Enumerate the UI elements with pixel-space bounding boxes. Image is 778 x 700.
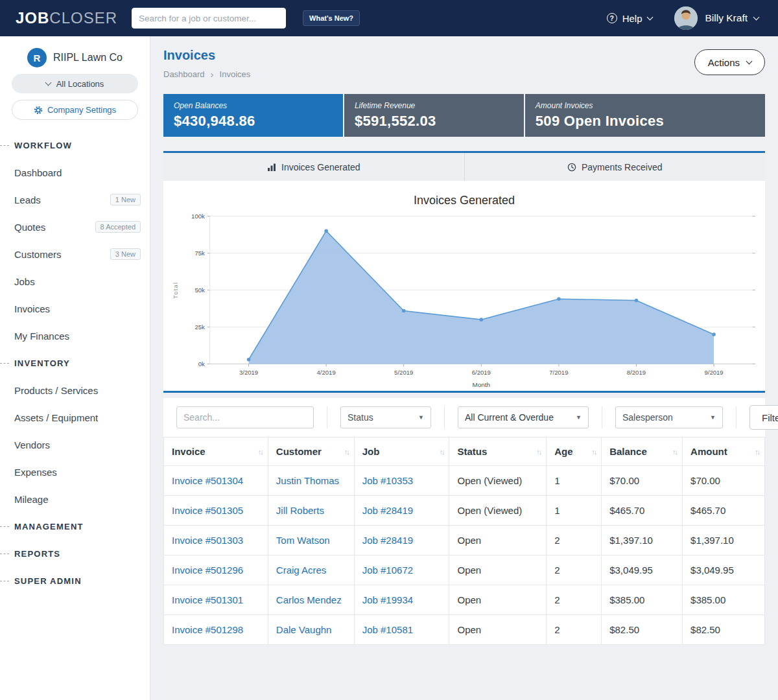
job-link[interactable]: Job #19934 — [362, 594, 413, 605]
sidebar-item-products-services[interactable]: Products / Services — [0, 377, 150, 404]
customer-link[interactable]: Dale Vaughn — [276, 624, 332, 635]
customer-link[interactable]: Carlos Mendez — [276, 594, 342, 605]
company-settings-label: Company Settings — [47, 105, 116, 115]
invoice-link[interactable]: Invoice #501304 — [172, 475, 243, 486]
sidebar-nav: WORKFLOWDashboardLeads1 NewQuotes8 Accep… — [0, 132, 150, 594]
whats-new-button[interactable]: What's New? — [303, 10, 360, 26]
breadcrumb-dashboard[interactable]: Dashboard — [163, 69, 205, 79]
sidebar-section-workflow: WORKFLOW — [0, 132, 150, 159]
table-row: Invoice #501298Dale VaughnJob #10581Open… — [164, 615, 765, 645]
sidebar-item-expenses[interactable]: Expenses — [0, 458, 150, 485]
actions-button[interactable]: Actions — [694, 49, 765, 75]
all-locations-dropdown[interactable]: All Locations — [12, 74, 138, 93]
svg-text:Total: Total — [172, 281, 179, 298]
invoice-link[interactable]: Invoice #501305 — [172, 505, 243, 516]
status-cell: Open (Viewed) — [449, 466, 547, 496]
company-selector[interactable]: R RIIPL Lawn Co — [0, 48, 150, 67]
user-avatar[interactable] — [674, 6, 698, 30]
stat-card-amount-invoices: Amount Invoices509 Open Invoices — [525, 94, 765, 137]
customer-cell: Dale Vaughn — [268, 615, 354, 645]
column-header-label: Balance — [609, 446, 647, 457]
column-header-customer[interactable]: Customer↑↓ — [268, 438, 354, 466]
global-search-input[interactable] — [132, 8, 286, 29]
job-link[interactable]: Job #10353 — [362, 475, 413, 486]
table-search-input[interactable] — [176, 406, 314, 428]
app-logo[interactable]: JOBCLOSER — [16, 9, 117, 27]
sidebar-item-customers[interactable]: Customers3 New — [0, 240, 150, 268]
customer-link[interactable]: Justin Thomas — [276, 475, 339, 486]
job-link[interactable]: Job #28419 — [362, 505, 413, 516]
status-select-value: Status — [348, 412, 373, 423]
sidebar-item-assets-equipment[interactable]: Assets / Equipment — [0, 404, 150, 431]
salesperson-select[interactable]: Salesperson ▼ — [615, 406, 723, 428]
sidebar-item-label: Products / Services — [14, 385, 98, 396]
column-header-label: Invoice — [172, 446, 206, 457]
section-dash-icon — [0, 554, 9, 554]
main-content: Invoices Dashboard › Invoices Actions Op… — [150, 36, 778, 700]
balance-cell: $1,397.10 — [602, 526, 683, 555]
stat-label: Open Balances — [174, 101, 333, 110]
sort-icon: ↑↓ — [755, 448, 759, 456]
invoice-link[interactable]: Invoice #501296 — [172, 565, 243, 576]
sidebar-item-my-finances[interactable]: My Finances — [0, 322, 150, 349]
sidebar-item-badge: 3 New — [110, 248, 141, 260]
sidebar-item-jobs[interactable]: Jobs — [0, 268, 150, 295]
select-arrow-icon: ▼ — [710, 414, 716, 421]
sidebar-section-label: INVENTORY — [14, 358, 70, 368]
column-header-invoice[interactable]: Invoice↑↓ — [164, 438, 268, 466]
job-link[interactable]: Job #28419 — [362, 535, 413, 546]
tab-payments-received[interactable]: Payments Received — [464, 153, 766, 181]
sidebar-item-leads[interactable]: Leads1 New — [0, 186, 150, 213]
sidebar-item-label: Customers — [14, 249, 62, 260]
sidebar-item-label: Expenses — [14, 467, 57, 478]
column-header-balance[interactable]: Balance↑↓ — [602, 438, 683, 466]
sidebar-item-mileage[interactable]: Mileage — [0, 485, 150, 513]
svg-text:5/2019: 5/2019 — [394, 369, 413, 376]
invoice-link[interactable]: Invoice #501298 — [172, 624, 243, 635]
tab-invoices-generated[interactable]: Invoices Generated — [163, 153, 464, 181]
column-header-age[interactable]: Age↑↓ — [547, 438, 602, 466]
job-link[interactable]: Job #10672 — [362, 565, 413, 576]
column-header-job[interactable]: Job↑↓ — [354, 438, 449, 466]
amount-cell: $70.00 — [683, 466, 765, 496]
sidebar-item-invoices[interactable]: Invoices — [0, 295, 150, 322]
svg-text:0k: 0k — [198, 360, 205, 368]
select-arrow-icon: ▼ — [576, 414, 582, 421]
stat-card-open-balances: Open Balances$430,948.86 — [163, 94, 343, 137]
age-cell: 2 — [547, 526, 602, 555]
sidebar-item-badge: 1 New — [110, 194, 141, 205]
help-menu[interactable]: ? Help — [607, 13, 652, 24]
sidebar-item-quotes[interactable]: Quotes8 Accepted — [0, 213, 150, 240]
invoices-generated-chart: 0k25k50k75k100k3/20194/20195/20196/20197… — [169, 210, 760, 391]
user-menu[interactable]: Billy Kraft — [705, 12, 759, 24]
table-row: Invoice #501303Tom WatsonJob #28419Open2… — [164, 526, 765, 555]
stat-label: Amount Invoices — [536, 101, 755, 110]
sidebar-item-vendors[interactable]: Vendors — [0, 431, 150, 458]
chevron-down-icon — [646, 14, 653, 20]
invoice-link[interactable]: Invoice #501303 — [172, 535, 243, 546]
column-header-status[interactable]: Status↑↓ — [449, 438, 547, 466]
filter-salesperson-group: Salesperson ▼ — [602, 406, 737, 428]
current-overdue-select[interactable]: All Current & Overdue ▼ — [458, 406, 589, 428]
customer-link[interactable]: Jill Roberts — [276, 505, 324, 516]
sidebar-item-label: Leads — [14, 194, 41, 205]
svg-text:3/2019: 3/2019 — [239, 369, 258, 376]
column-header-amount[interactable]: Amount↑↓ — [683, 438, 765, 466]
age-cell: 2 — [547, 555, 602, 585]
status-select[interactable]: Status ▼ — [340, 406, 431, 428]
customer-link[interactable]: Craig Acres — [276, 565, 327, 576]
sidebar-item-dashboard[interactable]: Dashboard — [0, 159, 150, 186]
tab-label: Payments Received — [582, 162, 663, 172]
filter-button[interactable]: Filter — [749, 405, 778, 430]
svg-text:25k: 25k — [194, 323, 205, 331]
logo-text-bold: JOB — [16, 9, 49, 27]
svg-text:100k: 100k — [191, 213, 205, 220]
sidebar: R RIIPL Lawn Co All Locations Company Se… — [0, 36, 150, 700]
invoice-link[interactable]: Invoice #501301 — [172, 594, 243, 605]
sidebar-section-super-admin: SUPER ADMIN — [0, 567, 150, 594]
company-settings-button[interactable]: Company Settings — [12, 100, 138, 120]
job-link[interactable]: Job #10581 — [362, 624, 413, 635]
svg-text:50k: 50k — [194, 286, 205, 294]
sidebar-item-label: Vendors — [14, 439, 50, 450]
customer-link[interactable]: Tom Watson — [276, 535, 330, 546]
